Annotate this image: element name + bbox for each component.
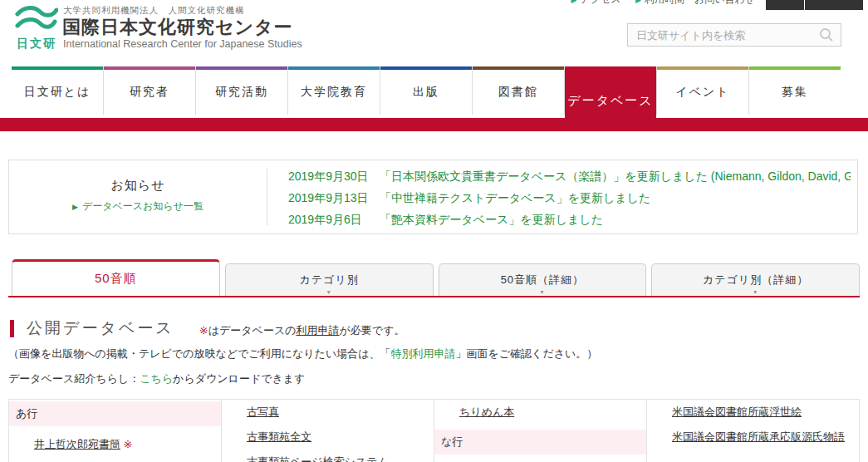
nav-tab[interactable]: 図書館 xyxy=(473,66,564,115)
triangle-icon: ▶ xyxy=(635,0,641,4)
news-box: お知らせ ▶データベースお知らせ一覧 2019年9月30日「日本関係欧文貴重書デ… xyxy=(8,160,858,234)
db-column: あ行井上哲次郎宛書簡 ※ xyxy=(9,400,222,462)
view-tab-active[interactable]: 50音順 xyxy=(12,259,220,296)
view-tab-label: カテゴリ別 xyxy=(300,273,359,288)
db-column: 米国議会図書館所蔵浮世絵米国議会図書館所蔵承応版源氏物語 xyxy=(647,400,860,462)
news-date: 2019年9月6日 xyxy=(288,209,380,230)
paragraph-text: 」画面をご確認ください。） xyxy=(455,347,597,360)
db-link[interactable]: 米国議会図書館所蔵承応版源氏物語 xyxy=(672,430,845,443)
news-date: 2019年9月13日 xyxy=(288,188,380,209)
page-title: 公開データベース xyxy=(27,317,174,339)
utility-link-hours-contact[interactable]: 利用時間・お問い合わせ xyxy=(645,0,755,5)
flyer-line: データベース紹介ちらし：こちらからダウンロードできます xyxy=(8,371,305,386)
note-text: はデータベースの xyxy=(208,324,297,337)
note-text: が必要です。 xyxy=(340,324,405,337)
news-link[interactable]: 「艶本資料データベース」を更新しました xyxy=(380,209,851,230)
view-tab-label: 50音順（詳細） xyxy=(501,273,584,288)
red-accent-bar xyxy=(0,118,868,131)
db-link[interactable]: 米国議会図書館所蔵浮世絵 xyxy=(672,405,802,418)
chevron-down-icon: ▼ xyxy=(539,289,546,295)
view-tab[interactable]: カテゴリ別（詳細）▼ xyxy=(651,263,860,296)
site-logo[interactable]: 日文研 xyxy=(13,4,60,52)
view-tab[interactable]: カテゴリ別▼ xyxy=(225,263,434,296)
db-link[interactable]: ちりめん本 xyxy=(459,405,514,418)
row-group-header: あ行 xyxy=(9,401,221,426)
chevron-down-icon: ▼ xyxy=(753,289,759,295)
news-link[interactable]: 「日本関係欧文貴重書データベース（楽譜）」を更新しました (Niemann, G… xyxy=(380,166,851,187)
triangle-icon: ▶ xyxy=(571,0,577,4)
special-application-link[interactable]: 特別利用申請 xyxy=(390,347,455,360)
main-nav: 日文研とは研究者研究活動大学院教育出版図書館データベースイベント募集 xyxy=(12,66,841,115)
news-list-link-label: データベースお知らせ一覧 xyxy=(82,200,204,212)
db-link[interactable]: 古写真 xyxy=(247,405,279,418)
row-group-header: な行 xyxy=(434,430,646,455)
flyer-text: からダウンロードできます xyxy=(173,372,305,385)
news-item[interactable]: 2019年9月6日「艶本資料データベース」を更新しました xyxy=(288,209,851,230)
db-column: ちりめん本な行 xyxy=(434,400,647,462)
nav-tab[interactable]: 大学院教育 xyxy=(288,66,380,115)
nav-tab[interactable]: 日文研とは xyxy=(12,66,103,115)
nav-tab[interactable]: 研究活動 xyxy=(196,66,287,115)
db-link-row: 古事類苑全文 xyxy=(222,426,434,448)
news-date: 2019年9月30日 xyxy=(288,166,380,187)
search-input[interactable] xyxy=(635,28,819,42)
utility-button-1[interactable] xyxy=(766,0,804,10)
db-link-row: ちりめん本 xyxy=(434,401,646,423)
nav-tab[interactable]: イベント xyxy=(657,66,748,115)
flyer-download-link[interactable]: こちら xyxy=(140,372,173,385)
required-mark: ※ xyxy=(199,324,208,337)
heading-accent-bar xyxy=(10,320,14,337)
view-tab[interactable]: 50音順（詳細）▼ xyxy=(439,263,647,296)
news-link[interactable]: 「中世禅籍テクストデータベース」を更新しました xyxy=(380,188,851,209)
logo-text: 日文研 xyxy=(13,37,60,52)
site-search xyxy=(627,23,841,47)
db-link-row: 井上哲次郎宛書簡 ※ xyxy=(9,434,221,455)
db-link[interactable]: 井上哲次郎宛書簡 xyxy=(34,438,120,450)
page: ▶アクセス ▶利用時間・お問い合わせ 日文研 大学共同利用機関法人 人間文化研究… xyxy=(0,0,868,462)
utility-button-2[interactable] xyxy=(805,0,863,10)
db-column: 古写真古事類苑全文古事類苑ページ検索システム xyxy=(222,400,434,462)
db-link-row: 古事類苑ページ検索システム xyxy=(222,451,434,462)
paragraph-text: （画像を出版物への掲載・テレビでの放映などでご利用になりたい場合は、「 xyxy=(8,347,390,360)
db-table: あ行井上哲次郎宛書簡 ※古写真古事類苑全文古事類苑ページ検索システムちりめん本な… xyxy=(8,399,860,462)
flyer-text: データベース紹介ちらし： xyxy=(8,372,140,385)
db-link-row: 米国議会図書館所蔵浮世絵 xyxy=(647,401,859,423)
section-heading: 公開データベース ※はデータベースの利用申請が必要です。 xyxy=(10,317,405,339)
chevron-down-icon: ▼ xyxy=(326,289,332,295)
wave-logo-icon xyxy=(15,4,58,32)
news-title: お知らせ xyxy=(9,178,267,194)
site-title[interactable]: 国際日本文化研究センター xyxy=(62,15,293,40)
required-note: ※はデータベースの利用申請が必要です。 xyxy=(199,323,405,338)
divider xyxy=(267,169,267,225)
db-link-row: 米国議会図書館所蔵承応版源氏物語 xyxy=(647,426,859,448)
nav-tab[interactable]: 研究者 xyxy=(104,66,195,115)
site-subtitle: International Research Center for Japane… xyxy=(63,38,302,50)
search-icon[interactable] xyxy=(819,27,834,42)
news-list: 2019年9月30日「日本関係欧文貴重書データベース（楽譜）」を更新しました (… xyxy=(288,166,851,231)
nav-tab[interactable]: 出版 xyxy=(380,66,472,115)
db-link[interactable]: 古事類苑ページ検索システム xyxy=(247,455,389,462)
news-item[interactable]: 2019年9月13日「中世禅籍テクストデータベース」を更新しました xyxy=(288,188,851,209)
news-left-panel: お知らせ ▶データベースお知らせ一覧 xyxy=(9,160,267,214)
utility-link-access[interactable]: アクセス xyxy=(580,0,620,5)
view-tabs: 50音順カテゴリ別▼50音順（詳細）▼カテゴリ別（詳細）▼ xyxy=(8,259,860,297)
nav-tab[interactable]: 募集 xyxy=(749,66,841,115)
view-tab-label: 50音順 xyxy=(95,271,137,287)
news-list-link[interactable]: ▶データベースお知らせ一覧 xyxy=(9,199,267,214)
application-link[interactable]: 利用申請 xyxy=(297,324,340,337)
triangle-icon: ▶ xyxy=(72,203,78,211)
view-tab-label: カテゴリ別（詳細） xyxy=(703,273,808,288)
special-use-paragraph: （画像を出版物への掲載・テレビでの放映などでご利用になりたい場合は、「特別利用申… xyxy=(8,346,597,361)
news-item[interactable]: 2019年9月30日「日本関係欧文貴重書データベース（楽譜）」を更新しました (… xyxy=(288,166,851,187)
utility-links: ▶アクセス ▶利用時間・お問い合わせ xyxy=(560,0,755,7)
db-link[interactable]: 古事類苑全文 xyxy=(247,430,311,443)
required-mark: ※ xyxy=(120,438,133,450)
db-link-row: 古写真 xyxy=(222,401,434,423)
